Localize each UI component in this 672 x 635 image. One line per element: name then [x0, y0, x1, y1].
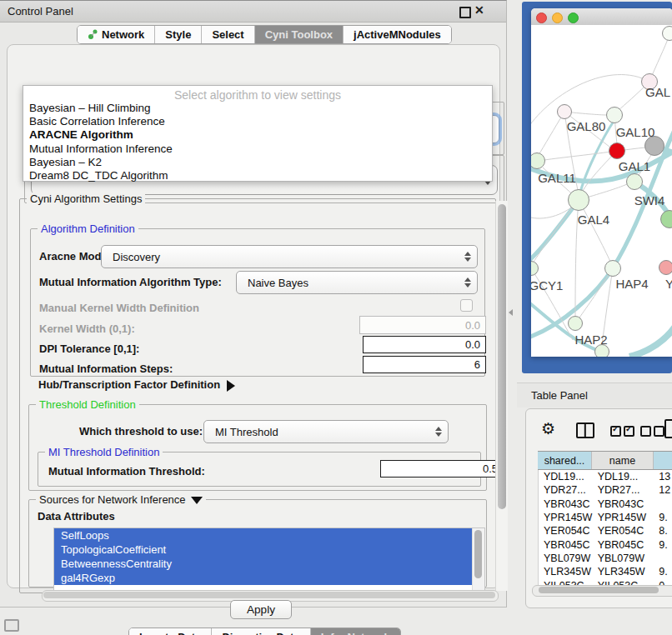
data-attribute-item[interactable]: BetweennessCentrality: [54, 557, 473, 571]
page-icon[interactable]: [664, 419, 672, 438]
network-node[interactable]: [606, 107, 623, 123]
manual-kernel-checkbox[interactable]: [460, 299, 473, 312]
kernel-width-input[interactable]: 0.0: [359, 316, 486, 334]
tab-label: Cyni Toolbox: [265, 28, 333, 41]
tab-cyni-toolbox[interactable]: Cyni Toolbox: [254, 26, 343, 43]
hub-definition-label: Hub/Transcription Factor Definition: [38, 378, 220, 391]
table-cell: 8.: [654, 525, 672, 537]
tab-select[interactable]: Select: [201, 26, 253, 43]
network-node-label: GAL11: [538, 171, 576, 185]
columns-icon[interactable]: [576, 422, 594, 438]
network-node[interactable]: [662, 26, 672, 41]
network-node[interactable]: [568, 316, 583, 331]
table-column-header[interactable]: [654, 452, 672, 469]
table-column-header[interactable]: shared...: [538, 452, 592, 469]
table-cell: 12: [654, 484, 672, 496]
data-attributes-listbox[interactable]: SelfLoopsTopologicalCoefficientBetweenne…: [53, 528, 485, 591]
table-cell: YDL19...: [539, 471, 593, 482]
aracne-mode-value: Discovery: [102, 251, 160, 263]
collapsed-arrow-icon: [227, 380, 235, 392]
network-node-label: GAL80: [567, 119, 606, 133]
network-view-window: GALGAL80GAL10GAL1GAL11SWI4GAL4GCY1HAP4YH…: [531, 8, 672, 357]
close-icon[interactable]: ✕: [474, 3, 484, 17]
apply-button[interactable]: Apply: [230, 600, 292, 619]
mi-steps-input[interactable]: 6: [363, 356, 486, 373]
manual-kernel-label: Manual Kernel Width Definition: [39, 302, 199, 314]
mi-steps-label: Mutual Information Steps:: [39, 362, 173, 375]
network-node-label: GAL10: [616, 125, 655, 139]
scrollbar-thumb[interactable]: [539, 587, 659, 593]
aracne-mode-combobox[interactable]: Discovery: [101, 245, 478, 268]
zoom-traffic-icon[interactable]: [568, 12, 579, 23]
table-row[interactable]: YER054CYER054C8.: [539, 524, 672, 538]
list-vertical-scrollbar[interactable]: [472, 528, 484, 590]
network-node[interactable]: [568, 189, 589, 211]
cyni-toolbox-panel: Select algorithm to view settings Bayesi…: [7, 44, 500, 588]
table-cell: YBR043C: [593, 498, 654, 510]
algorithm-option[interactable]: Mutual Information Inference: [23, 142, 492, 156]
network-node-label: GCY1: [531, 278, 563, 292]
table-horizontal-scrollbar[interactable]: [532, 585, 672, 597]
network-node[interactable]: [557, 104, 572, 119]
algorithm-option[interactable]: Dream8 DC_TDC Algorithm: [23, 169, 492, 182]
table-row[interactable]: YBL079WYBL079W: [539, 552, 672, 565]
which-threshold-combobox[interactable]: MI Threshold: [203, 420, 449, 443]
gear-icon[interactable]: ⚙: [541, 419, 555, 438]
float-window-icon[interactable]: [459, 7, 471, 18]
table-row[interactable]: YDL19...YDL19...13: [539, 470, 672, 483]
mi-threshold-input[interactable]: 0.5: [380, 460, 504, 478]
table-row[interactable]: YBR043CYBR043C: [539, 498, 672, 511]
bottom-tab-impute-data[interactable]: Impute Data: [129, 628, 211, 635]
network-canvas[interactable]: GALGAL80GAL10GAL1GAL11SWI4GAL4GCY1HAP4YH…: [531, 25, 672, 357]
bottom-tab-discretize-data[interactable]: Discretize Data: [211, 628, 309, 635]
close-traffic-icon[interactable]: [536, 12, 547, 23]
algorithm-option[interactable]: Basic Correlation Inference: [23, 115, 492, 128]
collapsed-panel-icon[interactable]: [4, 619, 19, 632]
dpi-tolerance-input[interactable]: 0.0: [363, 336, 486, 353]
tab-network[interactable]: Network: [78, 26, 154, 43]
scrollbar-thumb[interactable]: [43, 592, 495, 598]
table-cell: YPR145W: [539, 512, 593, 523]
scrollbar-thumb[interactable]: [498, 204, 506, 509]
table-cell: YPR145W: [593, 512, 654, 523]
mi-type-combobox[interactable]: Naive Bayes: [236, 271, 478, 294]
network-node[interactable]: [626, 173, 643, 190]
network-node-label: GAL: [645, 85, 670, 99]
bottom-tab-infer-network[interactable]: Infer Network: [310, 628, 400, 635]
combo-stepper-icon: [464, 278, 471, 288]
expanded-arrow-icon: [191, 497, 203, 504]
algorithm-option[interactable]: ARACNE Algorithm: [23, 128, 492, 142]
panel-divider-handle[interactable]: [509, 309, 513, 316]
table-row[interactable]: YDR27...YDR27...12: [539, 483, 672, 497]
table-row[interactable]: YIL053CYIL053C0: [539, 578, 672, 585]
combo-stepper-icon: [464, 252, 471, 262]
sources-title: Sources for Network Inference: [36, 493, 206, 506]
network-node[interactable]: [659, 260, 672, 275]
main-tabs: NetworkStyleSelectCyni ToolboxjActiveMNo…: [77, 25, 452, 44]
network-node[interactable]: [604, 260, 621, 277]
network-node[interactable]: [609, 142, 625, 159]
algorithm-option[interactable]: Bayesian – K2: [23, 156, 492, 169]
table-cell: YLR345W: [593, 566, 654, 578]
settings-vertical-scrollbar[interactable]: [495, 201, 508, 591]
scrollbar-thumb[interactable]: [474, 530, 482, 578]
network-window-titlebar[interactable]: [531, 8, 672, 26]
table-column-header[interactable]: name: [592, 452, 654, 469]
algorithm-option[interactable]: Bayesian – Hill Climbing: [23, 102, 492, 115]
data-attribute-item[interactable]: SelfLoops: [54, 528, 473, 542]
data-attribute-item[interactable]: gal4RGexp: [54, 571, 473, 585]
tab-jactivemnodules[interactable]: jActiveMNodules: [343, 26, 451, 43]
table-row[interactable]: YBR045CYBR045C9.: [539, 538, 672, 551]
tab-style[interactable]: Style: [154, 26, 201, 43]
deselect-checks-icon[interactable]: [640, 425, 667, 440]
mi-threshold-group: MI Threshold Definition Mutual Informati…: [38, 452, 481, 487]
data-attribute-item[interactable]: TopologicalCoefficient: [54, 542, 473, 557]
algorithm-dropdown-popup: Select algorithm to view settings Bayesi…: [23, 85, 493, 182]
hub-definition-toggle[interactable]: Hub/Transcription Factor Definition: [38, 378, 235, 392]
minimize-traffic-icon[interactable]: [552, 12, 563, 23]
table-row[interactable]: YLR345WYLR345W9.: [539, 565, 672, 578]
tab-label: Network: [102, 28, 144, 41]
select-all-checks-icon[interactable]: [610, 425, 637, 440]
table-row[interactable]: YPR145WYPR145W9.: [539, 511, 672, 524]
table-cell: YDL19...: [593, 471, 654, 482]
